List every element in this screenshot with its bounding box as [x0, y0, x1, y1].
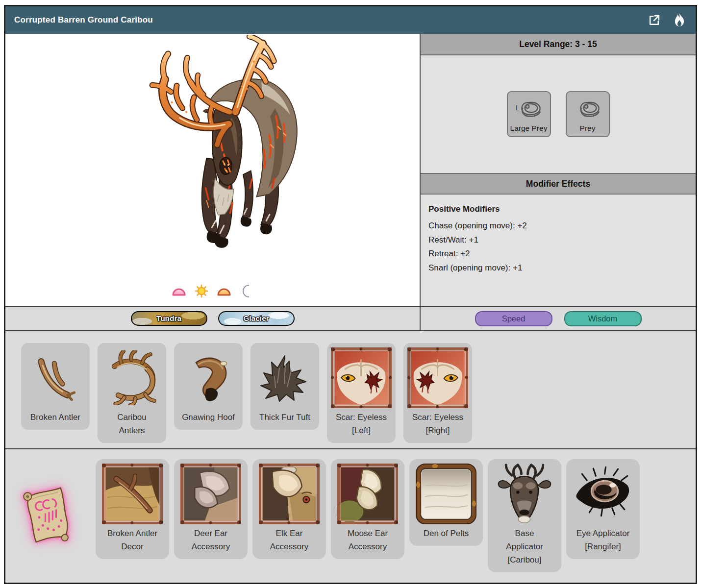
drop-card-label: Scar: Eyeless [Right] — [412, 409, 463, 437]
biome-row: Tundra Glacier — [5, 307, 421, 330]
prey-type-area: L Large Prey — [421, 55, 696, 173]
moose-ear-accessory-art — [337, 463, 399, 525]
drop-card-scar-eyeless-right[interactable]: Scar: Eyeless [Right] — [403, 343, 472, 443]
main-row: Level Range: 3 - 15 L Large Prey — [5, 34, 696, 306]
steak-icon — [574, 99, 602, 122]
drop-card-caribou-antlers[interactable]: Caribou Antlers — [98, 343, 166, 443]
corrupted-caribou-art — [114, 35, 321, 276]
broken-antler-decor-art — [101, 463, 163, 525]
den-of-pelts-art — [415, 463, 477, 525]
custom-card-elk-ear[interactable]: Elk Ear Accessory — [252, 459, 326, 559]
active-times — [5, 284, 420, 298]
info-panel: Level Range: 3 - 15 L Large Prey — [421, 34, 696, 306]
thick-fur-tuft-art — [258, 353, 312, 403]
drop-card-label: Thick Fur Tuft — [259, 409, 310, 424]
broken-antler-art — [30, 352, 81, 403]
drop-card-broken-antler[interactable]: Broken Antler — [21, 343, 90, 430]
custom-card-label: Broken Antler Decor — [107, 525, 157, 553]
biome-button-glacier[interactable]: Glacier — [218, 311, 295, 326]
recipe-scroll-icon[interactable] — [21, 485, 72, 543]
elk-ear-accessory-art — [258, 463, 320, 525]
scar-eyeless-left-art — [330, 347, 392, 409]
level-range-header: Level Range: 3 - 15 — [421, 34, 696, 55]
dawn-icon — [171, 284, 187, 298]
drop-card-scar-eyeless-left[interactable]: Scar: Eyeless [Left] — [327, 343, 396, 443]
biome-button-tundra[interactable]: Tundra — [131, 311, 207, 326]
drops-section: Broken Antler Caribou Antlers — [5, 331, 696, 449]
custom-card-label: Elk Ear Accessory — [270, 525, 308, 553]
chip-row: Tundra Glacier Speed Wisdom — [5, 306, 696, 331]
custom-card-label: Base Applicator [Caribou] — [506, 525, 543, 566]
custom-card-label: Eye Applicator [Rangifer] — [576, 525, 630, 553]
positive-modifiers-title: Positive Modifiers — [428, 204, 688, 214]
night-icon — [239, 284, 254, 298]
dusk-icon — [216, 284, 232, 298]
modifier-effects-header: Modifier Effects — [421, 173, 696, 195]
drop-card-label: Caribou Antlers — [117, 409, 147, 437]
stat-button-speed[interactable]: Speed — [475, 311, 552, 326]
creature-window: Corrupted Barren Ground Caribou — [4, 5, 697, 584]
custom-card-base-applicator[interactable]: Base Applicator [Caribou] — [488, 459, 561, 572]
prey-type-label: Prey — [580, 124, 596, 133]
modifier-line: Chase (opening move): +2 — [428, 219, 688, 233]
custom-card-eye-applicator[interactable]: Eye Applicator [Rangifer] — [566, 459, 640, 559]
drop-card-thick-fur-tuft[interactable]: Thick Fur Tuft — [250, 343, 319, 430]
open-in-new-icon[interactable] — [647, 13, 661, 27]
custom-card-broken-antler-decor[interactable]: Broken Antler Decor — [96, 459, 169, 559]
stat-button-wisdom[interactable]: Wisdom — [564, 311, 642, 326]
custom-card-label: Deer Ear Accessory — [192, 525, 230, 553]
drop-card-gnawing-hoof[interactable]: Gnawing Hoof — [174, 343, 243, 430]
page-title: Corrupted Barren Ground Caribou — [14, 15, 153, 25]
custom-card-den-of-pelts[interactable]: Den of Pelts — [409, 459, 483, 546]
caribou-antlers-art — [104, 350, 159, 405]
drop-card-label: Scar: Eyeless [Left] — [336, 409, 387, 437]
custom-card-label: Moose Ear Accessory — [348, 525, 388, 553]
title-bar: Corrupted Barren Ground Caribou — [5, 6, 696, 34]
day-icon — [194, 284, 209, 298]
large-prey-button[interactable]: L Large Prey — [507, 91, 551, 137]
prey-type-label: Large Prey — [510, 124, 548, 133]
base-applicator-caribou-art — [496, 464, 553, 524]
creature-image-panel — [5, 34, 421, 306]
modifier-line: Snarl (opening move): +1 — [428, 261, 688, 275]
gnawing-hoof-art — [183, 352, 234, 403]
deer-ear-accessory-art — [180, 463, 242, 525]
large-steak-icon: L — [515, 99, 543, 122]
modifier-effects-body: Positive Modifiers Chase (opening move):… — [421, 195, 696, 306]
drop-card-label: Broken Antler — [30, 409, 80, 424]
eye-applicator-rangifer-art — [572, 466, 634, 521]
stat-label: Wisdom — [588, 314, 618, 323]
biome-label: Glacier — [243, 314, 269, 323]
stat-label: Speed — [502, 314, 526, 323]
large-badge-glyph: L — [516, 103, 520, 112]
stat-row: Speed Wisdom — [421, 307, 696, 330]
custom-card-label: Den of Pelts — [424, 525, 469, 540]
biome-label: Tundra — [156, 314, 181, 323]
modifier-line: Rest/Wait: +1 — [428, 233, 688, 247]
modifier-line: Retreat: +2 — [428, 247, 688, 261]
prey-button[interactable]: Prey — [566, 91, 610, 137]
scar-eyeless-right-art — [407, 347, 469, 409]
flame-icon[interactable] — [672, 13, 687, 27]
drop-card-label: Gnawing Hoof — [182, 409, 235, 424]
custom-card-deer-ear[interactable]: Deer Ear Accessory — [174, 459, 248, 559]
customization-section: Broken Antler Decor Deer Ear Accessory — [5, 449, 696, 583]
custom-card-moose-ear[interactable]: Moose Ear Accessory — [331, 459, 404, 559]
